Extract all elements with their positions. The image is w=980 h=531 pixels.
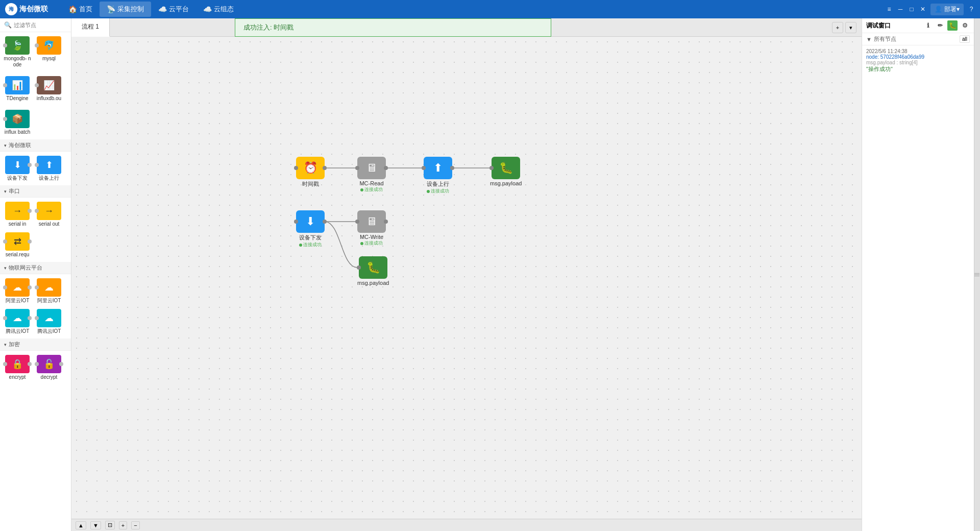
sidebar-node-mysql[interactable]: 🐬mysql: [34, 34, 64, 70]
sidebar-category-iot-cloud[interactable]: ▾物联网云平台: [0, 262, 71, 274]
influx-batch-icon: 📦: [5, 110, 30, 128]
flow-node-msg-payload-1[interactable]: 🐛msg.payload: [490, 157, 522, 186]
restore-button[interactable]: □: [908, 6, 915, 13]
minimize-button[interactable]: ─: [897, 6, 904, 13]
serial-in-icon: →: [5, 202, 30, 220]
flow-node-body-device-down: ⬇: [296, 210, 325, 233]
sidebar-node-device-up[interactable]: ⬆设备上行: [34, 154, 64, 183]
device-up-icon: ⬆: [37, 156, 61, 174]
debug-type: msg.payload : string[4]: [866, 60, 970, 65]
flow-node-msg-payload-2[interactable]: 🐛msg.payload: [357, 256, 389, 286]
debug-toolbar: ▼ 所有节点 all: [862, 33, 974, 45]
connection-device-down-msg-payload-2: [325, 222, 357, 268]
sidebar-node-influx-batch[interactable]: 📦influx batch: [2, 108, 33, 137]
sidebar-search: 🔍: [0, 18, 71, 32]
flow-node-label-device-up: 设备上行: [427, 180, 449, 188]
flow-node-label-device-down: 设备下发: [299, 234, 322, 242]
sidebar-node-serial-in[interactable]: →serial in: [2, 200, 33, 229]
flow-node-label-mc-read: MC-Read: [359, 180, 383, 186]
filter-label: 所有节点: [874, 35, 896, 43]
clear-debug-button[interactable]: all: [960, 35, 970, 43]
sidebar-node-serial-out[interactable]: →serial out: [34, 200, 64, 229]
flow-node-mc-read[interactable]: 🖥MC-Read连接成功: [357, 157, 386, 193]
flow-node-status-mc-read: 连接成功: [360, 186, 383, 193]
scroll-down-button[interactable]: ▼: [90, 521, 101, 529]
flow-node-body-timestamp: ⏰: [296, 157, 325, 179]
tdengine-icon: 📊: [5, 76, 30, 94]
tencent-iot-1-icon: ☁: [5, 309, 30, 327]
nav-item-cloud-state[interactable]: ☁️云组态: [196, 2, 241, 17]
info-icon[interactable]: ℹ: [923, 20, 933, 31]
mysql-icon: 🐬: [37, 36, 61, 55]
encrypt-icon: 🔒: [5, 355, 30, 373]
aliyun-iot-1-icon: ☁: [5, 278, 30, 297]
sidebar-category-encryption[interactable]: ▾加密: [0, 339, 71, 351]
aliyun-iot-2-icon: ☁: [37, 278, 61, 297]
search-input[interactable]: [14, 22, 67, 28]
tencent-iot-1-label: 腾讯云IOT: [6, 328, 30, 334]
nav-item-collect[interactable]: 📡采集控制: [100, 2, 151, 17]
menu-button[interactable]: ≡: [886, 6, 893, 13]
flow-node-mc-write[interactable]: 🖥MC-Write连接成功: [357, 210, 386, 247]
debug-actions: all: [960, 35, 970, 43]
flow-node-device-down[interactable]: ⬇设备下发连接成功: [296, 210, 325, 248]
bottom-bar: ▲ ▼ ⊡ + −: [71, 519, 862, 531]
nav-item-cloud-platform[interactable]: ☁️云平台: [151, 2, 196, 17]
flow-node-timestamp[interactable]: ⏰时间戳: [296, 157, 325, 188]
serial-out-label: serial out: [39, 221, 60, 227]
sidebar-node-influxdb-out[interactable]: 📈influxdb.ou: [34, 74, 64, 104]
sidebar-node-aliyun-iot-2[interactable]: ☁阿里云IOT: [34, 276, 64, 306]
logo-icon: 海: [5, 3, 17, 15]
sidebar-node-decrypt[interactable]: 🔓decrypt: [34, 353, 64, 382]
mongodb-icon: 🍃: [5, 36, 30, 55]
flow-node-body-msg-payload-1: 🐛: [492, 157, 520, 179]
flow-canvas[interactable]: ⏰时间戳🖥MC-Read连接成功⬆设备上行连接成功🐛msg.payload⬇设备…: [71, 37, 862, 519]
sidebar-category-haichuang[interactable]: ▾海创微联: [0, 139, 71, 152]
tdengine-label: TDengine: [6, 95, 28, 102]
sidebar-node-tencent-iot-1[interactable]: ☁腾讯云IOT: [2, 307, 33, 336]
tab-flow1[interactable]: 流程 1: [71, 18, 110, 37]
tencent-iot-2-label: 腾讯云IOT: [37, 328, 61, 334]
sidebar: 🔍 🍃mongodb- node🐬mysql📊TDengine📈influxdb…: [0, 18, 71, 531]
flow-node-label-timestamp: 时间戳: [302, 180, 319, 188]
help-button[interactable]: ?: [968, 6, 975, 13]
user-avatar: 👤: [935, 6, 942, 13]
sidebar-node-mongodb[interactable]: 🍃mongodb- node: [2, 34, 33, 70]
sidebar-node-aliyun-iot-1[interactable]: ☁阿里云IOT: [2, 276, 33, 306]
debug-icon[interactable]: 🐛: [947, 20, 958, 31]
flow-node-device-up[interactable]: ⬆设备上行连接成功: [424, 157, 452, 195]
right-edge-toggle[interactable]: |||: [974, 18, 980, 531]
window-controls: ≡ ─ □ ✕ 👤 部署▾ ?: [886, 4, 975, 15]
sidebar-node-device-down[interactable]: ⬇设备下发: [2, 154, 33, 183]
flow-node-label-mc-write: MC-Write: [360, 234, 383, 240]
settings-icon[interactable]: ⚙: [960, 20, 970, 31]
zoom-out-button[interactable]: −: [131, 521, 139, 529]
influxdb-out-icon: 📈: [37, 76, 61, 94]
sidebar-category-serial[interactable]: ▾串口: [0, 185, 71, 198]
aliyun-iot-1-label: 阿里云IOT: [6, 298, 30, 304]
serial-in-label: serial in: [9, 221, 26, 227]
edit-icon[interactable]: ✏: [935, 20, 945, 31]
sidebar-node-serial-request[interactable]: ⇄serial.requ: [2, 230, 33, 260]
mongodb-label: mongodb- node: [3, 56, 32, 68]
sidebar-node-encrypt[interactable]: 🔒encrypt: [2, 353, 33, 382]
flow-node-body-device-up: ⬆: [424, 157, 452, 179]
sidebar-node-tencent-iot-2[interactable]: ☁腾讯云IOT: [34, 307, 64, 336]
nav-item-home[interactable]: 🏠首页: [61, 2, 100, 17]
top-nav: 海 海创微联 🏠首页📡采集控制☁️云平台☁️云组态 ≡ ─ □ ✕ 👤 部署▾ …: [0, 0, 980, 18]
tab-menu-button[interactable]: ▾: [845, 22, 856, 33]
scroll-up-button[interactable]: ▲: [76, 521, 86, 529]
decrypt-icon: 🔓: [37, 355, 61, 373]
encrypt-label: encrypt: [9, 374, 26, 380]
cloud-platform-icon: ☁️: [158, 5, 167, 13]
zoom-fit-button[interactable]: ⊡: [105, 521, 115, 529]
tab-add-button[interactable]: +: [832, 22, 843, 33]
zoom-in-button[interactable]: +: [119, 521, 127, 529]
flow-node-status-mc-write: 连接成功: [360, 240, 383, 247]
tencent-iot-2-icon: ☁: [37, 309, 61, 327]
success-banner: 成功注入: 时间戳: [235, 18, 551, 37]
debug-filter: ▼ 所有节点: [866, 35, 896, 43]
user-deploy-button[interactable]: 👤 部署▾: [930, 4, 964, 15]
sidebar-node-tdengine[interactable]: 📊TDengine: [2, 74, 33, 104]
close-button[interactable]: ✕: [919, 6, 926, 13]
